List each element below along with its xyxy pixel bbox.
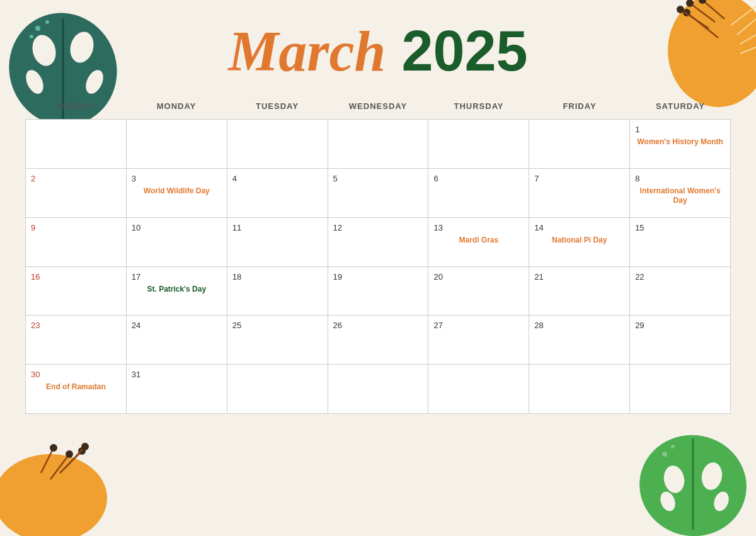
date-number: 22 (635, 272, 644, 282)
date-number: 30 (31, 370, 40, 379)
date-number: 31 (132, 370, 140, 379)
cal-cell: 16 (26, 267, 127, 316)
cal-cell: 14National Pi Day (529, 218, 630, 267)
svg-point-31 (50, 444, 57, 452)
cal-cell: 19 (328, 267, 429, 316)
date-number: 8 (635, 174, 639, 183)
cal-cell: 4 (227, 169, 328, 218)
calendar-header: March 2025 (0, 0, 756, 96)
day-header-monday: MONDAY (126, 96, 227, 116)
event-label: International Women's Day (635, 186, 725, 206)
cal-cell: 28 (529, 316, 630, 365)
cal-cell (529, 120, 630, 169)
cal-cell: 10 (127, 218, 227, 267)
date-number: 16 (31, 272, 40, 282)
cal-cell: 27 (428, 316, 529, 365)
cal-cell: 25 (227, 316, 328, 365)
deco-bottom-left (0, 442, 139, 536)
cal-cell: 24 (127, 316, 227, 365)
cal-cell: 7 (529, 169, 630, 218)
date-number: 17 (132, 272, 140, 282)
svg-point-25 (66, 450, 73, 458)
deco-leaf-bottom-right (630, 423, 756, 536)
calendar-wrapper: SUNDAY MONDAY TUESDAY WEDNESDAY THURSDAY… (0, 96, 756, 414)
date-number: 10 (132, 223, 140, 232)
calendar-title: March 2025 (0, 19, 756, 84)
cal-cell (26, 120, 127, 169)
date-number: 23 (31, 321, 40, 330)
event-label: Women's History Month (635, 137, 725, 147)
svg-point-40 (671, 445, 675, 448)
cal-cell (127, 120, 227, 169)
date-number: 15 (635, 223, 644, 232)
date-number: 13 (433, 223, 442, 232)
cal-cell: 31 (127, 365, 227, 414)
svg-point-29 (81, 443, 89, 450)
cal-cell (428, 365, 529, 414)
day-header-tuesday: TUESDAY (227, 96, 328, 116)
cal-cell: 22 (630, 267, 731, 316)
date-number: 14 (534, 223, 543, 232)
cal-cell: 12 (328, 218, 429, 267)
cal-cell (428, 120, 529, 169)
month-name: March (228, 20, 386, 83)
calendar-grid: 1Women's History Month23World Wildlife D… (25, 119, 731, 414)
date-number: 6 (433, 174, 438, 183)
cal-cell: 1Women's History Month (630, 120, 731, 169)
cal-cell: 9 (26, 218, 127, 267)
date-number: 25 (232, 321, 241, 330)
cal-cell: 23 (26, 316, 127, 365)
cal-cell (529, 365, 630, 414)
cal-cell: 20 (428, 267, 529, 316)
day-header-saturday: SATURDAY (630, 96, 731, 116)
cal-cell: 11 (227, 218, 328, 267)
event-label: World Wildlife Day (132, 186, 222, 197)
cal-cell (328, 365, 429, 414)
cal-cell: 29 (630, 316, 731, 365)
cal-cell: 2 (26, 169, 127, 218)
cal-cell: 21 (529, 267, 630, 316)
date-number: 11 (232, 223, 241, 232)
cal-cell (630, 365, 731, 414)
date-number: 12 (333, 223, 342, 232)
cal-cell (227, 365, 328, 414)
date-number: 27 (433, 321, 442, 330)
cal-cell: 18 (227, 267, 328, 316)
date-number: 4 (232, 174, 237, 183)
date-number: 29 (635, 321, 644, 330)
cal-cell: 15 (630, 218, 731, 267)
date-number: 24 (132, 321, 140, 330)
event-label: St. Patrick's Day (132, 285, 222, 295)
cal-cell: 6 (428, 169, 529, 218)
date-number: 19 (333, 272, 342, 282)
day-header-sunday: SUNDAY (25, 96, 126, 116)
cal-cell: 30End of Ramadan (26, 365, 127, 414)
cal-cell: 5 (328, 169, 429, 218)
date-number: 18 (232, 272, 241, 282)
date-number: 1 (635, 125, 639, 134)
event-label: National Pi Day (534, 236, 624, 246)
cal-cell: 8International Women's Day (630, 169, 731, 218)
day-header-thursday: THURSDAY (428, 96, 529, 116)
cal-cell (328, 120, 429, 169)
event-label: Mardi Gras (433, 236, 524, 246)
date-number: 9 (31, 223, 35, 232)
date-number: 5 (333, 174, 338, 183)
cal-cell: 26 (328, 316, 429, 365)
date-number: 7 (534, 174, 539, 183)
svg-point-39 (662, 452, 667, 457)
cal-cell (227, 120, 328, 169)
cal-cell: 17St. Patrick's Day (127, 267, 227, 316)
date-number: 28 (534, 321, 543, 330)
date-number: 2 (31, 174, 35, 183)
cal-cell: 3World Wildlife Day (127, 169, 227, 218)
day-header-wednesday: WEDNESDAY (328, 96, 428, 116)
date-number: 21 (534, 272, 543, 282)
year: 2025 (401, 20, 527, 83)
cal-cell: 13Mardi Gras (428, 218, 529, 267)
event-label: End of Ramadan (31, 382, 121, 392)
svg-point-23 (0, 454, 107, 536)
day-headers: SUNDAY MONDAY TUESDAY WEDNESDAY THURSDAY… (25, 96, 731, 116)
day-header-friday: FRIDAY (529, 96, 630, 116)
date-number: 26 (333, 321, 342, 330)
